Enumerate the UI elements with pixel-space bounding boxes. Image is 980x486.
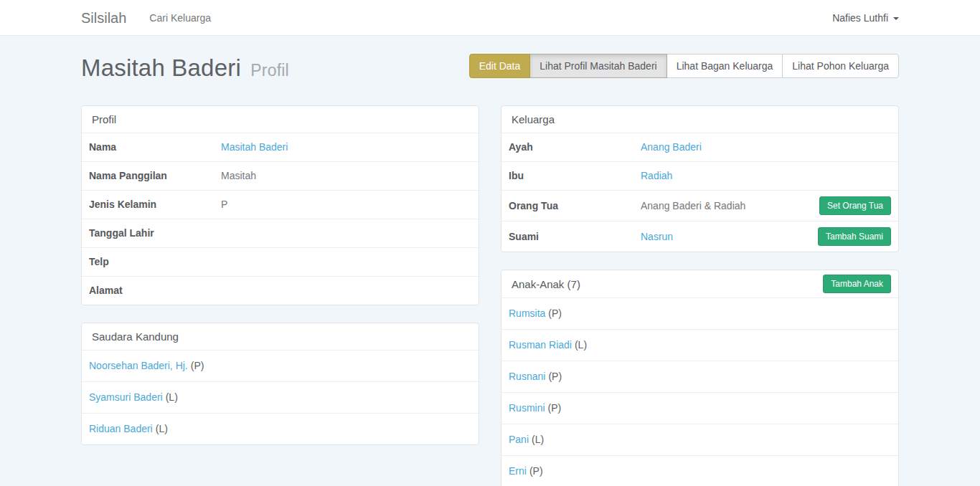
- gender-label: (L): [575, 339, 587, 351]
- profile-actions: Edit Data Lihat Profil Masitah Baderi Li…: [469, 54, 899, 78]
- lihat-pohon-keluarga-button[interactable]: Lihat Pohon Keluarga: [782, 54, 899, 78]
- gender-label: (P): [548, 308, 562, 319]
- sibling-link[interactable]: Syamsuri Baderi: [89, 391, 163, 403]
- brand-link[interactable]: Silsilah: [81, 10, 126, 27]
- row-value: [221, 227, 471, 239]
- child-link[interactable]: Pani: [509, 434, 529, 445]
- row-value: [221, 285, 471, 297]
- person-name: Masitah Baderi: [81, 54, 241, 81]
- ibu-link[interactable]: Radiah: [641, 170, 672, 181]
- gender-label: (L): [156, 423, 168, 434]
- ayah-link[interactable]: Anang Baderi: [641, 141, 702, 153]
- row-label: Orang Tua: [509, 200, 641, 212]
- page-title: Masitah Baderi Profil: [81, 54, 289, 82]
- anak-anak-panel: Anak-Anak (7) Tambah Anak Rumsita(P) Rus…: [501, 270, 899, 486]
- navbar: Silsilah Cari Keluarga Nafies Luthfi: [0, 0, 980, 36]
- table-row: Ayah Anang Baderi: [501, 133, 898, 161]
- row-label: Nama Panggilan: [89, 170, 221, 182]
- list-item: Erni(P): [501, 455, 898, 486]
- anak-anak-panel-title: Anak-Anak (7): [512, 278, 580, 290]
- child-link[interactable]: Rumsita: [509, 308, 545, 319]
- table-row: Suami Nasrun Tambah Suami: [501, 221, 898, 252]
- saudara-kandung-panel: Saudara Kandung Noorsehan Baderi, Hj.(P)…: [81, 323, 479, 445]
- lihat-bagan-keluarga-button[interactable]: Lihat Bagan Keluarga: [666, 54, 783, 78]
- list-item: Syamsuri Baderi(L): [82, 381, 479, 413]
- keluarga-panel-title: Keluarga: [501, 106, 898, 133]
- list-item: Rusnani(P): [501, 361, 898, 392]
- set-orang-tua-button[interactable]: Set Orang Tua: [819, 196, 891, 215]
- right-column: Keluarga Ayah Anang Baderi Ibu Radiah Or…: [501, 105, 899, 486]
- row-value: Masitah: [221, 170, 471, 182]
- gender-label: (P): [548, 371, 562, 382]
- row-label: Jenis Kelamin: [89, 199, 221, 211]
- gender-label: (P): [548, 402, 562, 414]
- row-value: P: [221, 199, 471, 211]
- chevron-down-icon: [893, 17, 899, 20]
- profil-panel-title: Profil: [82, 106, 479, 133]
- row-label: Alamat: [89, 285, 221, 297]
- table-row: Orang Tua Anang Baderi & Radiah Set Oran…: [501, 190, 898, 221]
- table-row: Nama Panggilan Masitah: [82, 161, 479, 190]
- keluarga-panel: Keluarga Ayah Anang Baderi Ibu Radiah Or…: [501, 105, 899, 252]
- sibling-link[interactable]: Riduan Baderi: [89, 423, 153, 434]
- row-value: Anang Baderi & Radiah: [641, 200, 819, 212]
- row-label: Nama: [89, 141, 221, 153]
- gender-label: (P): [529, 465, 543, 477]
- user-menu[interactable]: Nafies Luthfi: [832, 12, 899, 24]
- gender-label: (L): [532, 434, 544, 445]
- table-row: Alamat: [82, 276, 479, 305]
- child-link[interactable]: Rusmini: [509, 402, 545, 414]
- child-link[interactable]: Rusnani: [509, 371, 545, 382]
- navbar-right: Nafies Luthfi: [832, 12, 899, 24]
- row-label: Tanggal Lahir: [89, 227, 221, 239]
- anak-anak-panel-heading: Anak-Anak (7) Tambah Anak: [501, 270, 898, 297]
- nav-link-cari-keluarga[interactable]: Cari Keluarga: [149, 12, 211, 24]
- row-value: [221, 256, 471, 268]
- page-subtitle: Profil: [250, 61, 289, 80]
- gender-label: (L): [166, 391, 178, 403]
- saudara-kandung-panel-title: Saudara Kandung: [82, 323, 479, 350]
- list-item: Rusmini(P): [501, 392, 898, 424]
- list-item: Pani(L): [501, 424, 898, 455]
- row-label: Telp: [89, 256, 221, 268]
- table-row: Ibu Radiah: [501, 161, 898, 190]
- row-label: Ibu: [509, 170, 641, 182]
- child-link[interactable]: Rusman Riadi: [509, 339, 572, 351]
- list-item: Rumsita(P): [501, 297, 898, 329]
- table-row: Tanggal Lahir: [82, 219, 479, 247]
- nama-link[interactable]: Masitah Baderi: [221, 141, 288, 153]
- list-item: Noorsehan Baderi, Hj.(P): [82, 350, 479, 381]
- table-row: Nama Masitah Baderi: [82, 133, 479, 161]
- profil-panel: Profil Nama Masitah Baderi Nama Panggila…: [81, 105, 479, 305]
- list-item: Rusman Riadi(L): [501, 329, 898, 361]
- child-link[interactable]: Erni: [509, 465, 527, 477]
- gender-label: (P): [191, 360, 204, 371]
- tambah-suami-button[interactable]: Tambah Suami: [818, 227, 891, 246]
- suami-link[interactable]: Nasrun: [641, 231, 673, 242]
- lihat-profil-button[interactable]: Lihat Profil Masitah Baderi: [529, 54, 666, 78]
- left-column: Profil Nama Masitah Baderi Nama Panggila…: [81, 105, 479, 486]
- table-row: Telp: [82, 247, 479, 276]
- table-row: Jenis Kelamin P: [82, 190, 479, 219]
- page-header: Masitah Baderi Profil Edit Data Lihat Pr…: [81, 52, 899, 105]
- tambah-anak-button[interactable]: Tambah Anak: [823, 275, 891, 293]
- row-label: Ayah: [509, 141, 641, 153]
- row-label: Suami: [509, 231, 641, 243]
- user-name: Nafies Luthfi: [832, 12, 888, 24]
- sibling-link[interactable]: Noorsehan Baderi, Hj.: [89, 360, 188, 371]
- edit-data-button[interactable]: Edit Data: [469, 54, 531, 78]
- list-item: Riduan Baderi(L): [82, 413, 479, 444]
